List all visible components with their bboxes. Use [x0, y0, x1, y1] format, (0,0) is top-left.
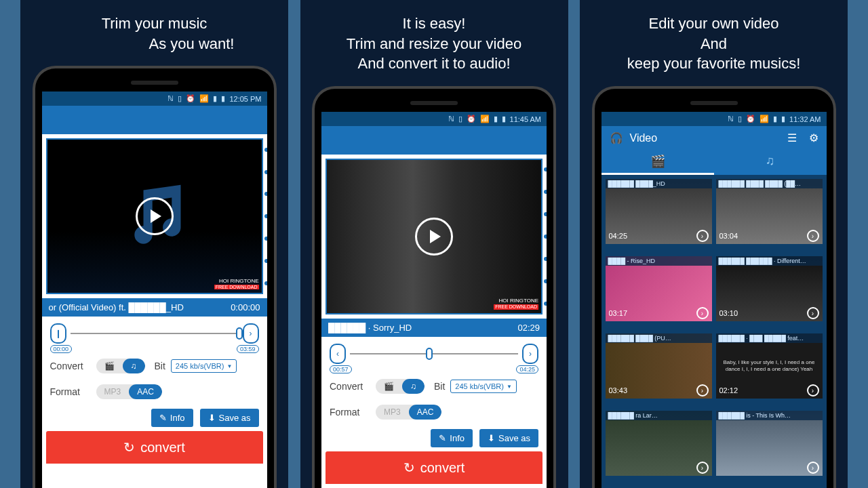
- library-tabs: 🎬 ♫: [601, 150, 827, 175]
- thumb-open-icon[interactable]: ›: [696, 230, 709, 242]
- trim-playhead[interactable]: [426, 348, 433, 360]
- download-icon: ⬇: [488, 433, 495, 443]
- battery-icon: ▮: [781, 115, 785, 123]
- format-aac[interactable]: AAC: [409, 405, 442, 420]
- settings-icon[interactable]: ⚙: [809, 131, 818, 144]
- video-thumb[interactable]: ██████ is - This Is Wh…›: [716, 411, 823, 476]
- trim-track[interactable]: [350, 353, 518, 354]
- thumb-footer: 03:17›: [606, 305, 712, 321]
- status-bar: ℕ ▯ ⏰ 📶 ▮ ▮ 11:32 AM: [601, 112, 827, 126]
- phone-speaker: [690, 101, 738, 105]
- video-thumb[interactable]: ██████ ██████ · Different…03:10›: [716, 256, 823, 321]
- play-button[interactable]: [136, 197, 174, 235]
- phone-speaker: [410, 101, 458, 105]
- signal-icon: ▮: [773, 115, 777, 123]
- video-thumb[interactable]: ██████ ████ (PU…03:43›: [606, 333, 712, 399]
- convert-mode-toggle[interactable]: 🎬 ♫: [96, 359, 145, 373]
- save-label: Save as: [219, 413, 251, 423]
- headphones-icon[interactable]: 🎧: [610, 131, 623, 144]
- video-thumb[interactable]: ██████ ra Lar…›: [606, 411, 712, 476]
- format-aac[interactable]: AAC: [129, 384, 162, 399]
- thumb-open-icon[interactable]: ›: [807, 384, 819, 396]
- trim-slider[interactable]: ❙ ›: [42, 317, 267, 345]
- media-preview[interactable]: HOI RINGTONE FREE DOWNLOAD: [326, 159, 542, 314]
- trim-start-handle[interactable]: ‹: [330, 344, 346, 364]
- convert-label: convert: [140, 440, 185, 455]
- list-icon[interactable]: ☰: [787, 131, 797, 144]
- track-time: 0:00:00: [231, 302, 260, 312]
- media-preview[interactable]: HOI RINGTONE FREE DOWNLOAD: [46, 138, 263, 294]
- nfc-icon: ℕ: [448, 115, 454, 123]
- convert-row: Convert 🎬 ♫ Bit 245 kb/s(VBR) ▼: [42, 353, 267, 379]
- video-mode-icon[interactable]: 🎬: [96, 359, 123, 373]
- thumb-open-icon[interactable]: ›: [696, 307, 709, 319]
- save-as-button[interactable]: ⬇ Save as: [200, 409, 259, 427]
- trim-end-handle[interactable]: ›: [522, 344, 538, 364]
- trim-slider[interactable]: ‹ ›: [321, 337, 547, 365]
- format-toggle[interactable]: MP3 AAC: [376, 405, 441, 420]
- ringtone-free: FREE DOWNLOAD: [214, 285, 259, 290]
- format-toggle[interactable]: MP3 AAC: [96, 384, 162, 399]
- video-thumb[interactable]: ██████ ████ ████ (██…03:04›: [716, 179, 823, 244]
- convert-button[interactable]: ↻ convert: [326, 451, 542, 484]
- thumb-open-icon[interactable]: ›: [696, 462, 709, 474]
- save-as-button[interactable]: ⬇ Save as: [479, 429, 538, 447]
- audio-mode-icon[interactable]: ♫: [123, 359, 145, 373]
- trim-track[interactable]: [71, 333, 239, 334]
- thumb-caption: ██████ ████ ████ (██…: [716, 179, 823, 188]
- tab-music[interactable]: ♫: [714, 150, 827, 175]
- thumb-caption: ██████ ██████ · Different…: [716, 256, 823, 266]
- refresh-icon: ↻: [123, 439, 135, 455]
- phone-screen: ℕ ▯ ⏰ 📶 ▮ ▮ 11:45 AM HOI RINGTONE FREE D: [321, 112, 547, 488]
- thumb-caption: ██████ · ███ █████ feat…: [716, 333, 823, 343]
- video-thumb[interactable]: ████ - Rise_HD03:17›: [606, 256, 712, 321]
- thumb-open-icon[interactable]: ›: [807, 230, 819, 242]
- wifi-icon: 📶: [199, 94, 209, 103]
- wifi-icon: 📶: [760, 115, 769, 123]
- trim-end-handle[interactable]: ›: [243, 323, 259, 344]
- audio-mode-icon[interactable]: ♫: [402, 379, 425, 394]
- player-wrap: HOI RINGTONE FREE DOWNLOAD: [42, 134, 267, 298]
- signal-icon: ▮: [213, 94, 217, 103]
- vibrate-icon: ▯: [458, 115, 462, 123]
- bitrate-value: 245 kb/s(VBR): [176, 362, 224, 370]
- alarm-icon: ⏰: [467, 115, 476, 123]
- alarm-icon: ⏰: [186, 94, 195, 103]
- trim-times: 00:57 04:25: [321, 365, 547, 373]
- convert-mode-toggle[interactable]: 🎬 ♫: [376, 379, 425, 394]
- convert-label: convert: [420, 460, 465, 476]
- status-time: 11:32 AM: [789, 115, 821, 123]
- trim-end-handle-indicator[interactable]: [236, 327, 243, 340]
- ringtone-label: HOI RINGTONE: [494, 298, 538, 304]
- track-title-strip: or (Official Video) ft. ██████_HD 0:00:0…: [42, 298, 267, 317]
- format-mp3[interactable]: MP3: [376, 405, 409, 420]
- video-mode-icon[interactable]: 🎬: [376, 379, 402, 394]
- video-grid[interactable]: ██████ ████_HD04:25›██████ ████ ████ (██…: [601, 175, 827, 488]
- side-dots: [544, 159, 547, 314]
- format-label: Format: [330, 407, 370, 418]
- bitrate-select[interactable]: 245 kb/s(VBR) ▼: [450, 380, 516, 393]
- thumb-open-icon[interactable]: ›: [807, 307, 819, 319]
- thumb-open-icon[interactable]: ›: [807, 462, 819, 474]
- format-mp3[interactable]: MP3: [96, 384, 130, 399]
- info-button[interactable]: ✎ Info: [151, 409, 193, 427]
- tab-video[interactable]: 🎬: [601, 150, 714, 175]
- trim-times: 00:00 03:59: [42, 345, 267, 353]
- thumb-open-icon[interactable]: ›: [696, 384, 709, 396]
- promo-panel-1: Trim your music As you want! ℕ ▯ ⏰ 📶 ▮ ▮…: [20, 0, 288, 488]
- play-icon: [430, 230, 441, 243]
- thumb-duration: 02:12: [719, 386, 738, 394]
- vibrate-icon: ▯: [738, 115, 742, 123]
- app-header: [42, 106, 267, 134]
- vibrate-icon: ▯: [178, 94, 182, 103]
- video-thumb[interactable]: ██████ ████_HD04:25›: [606, 179, 712, 244]
- video-thumb[interactable]: Baby, I like your style I, I, I need a o…: [716, 333, 823, 399]
- convert-button[interactable]: ↻ convert: [46, 431, 263, 464]
- info-button[interactable]: ✎ Info: [431, 429, 473, 447]
- format-row: Format MP3 AAC: [321, 399, 547, 425]
- bitrate-select[interactable]: 245 kb/s(VBR) ▼: [171, 359, 237, 373]
- trim-start-handle[interactable]: ❙: [50, 323, 66, 344]
- thumb-footer: 03:10›: [716, 305, 823, 321]
- play-button[interactable]: [415, 218, 453, 256]
- thumb-footer: 04:25›: [606, 228, 712, 244]
